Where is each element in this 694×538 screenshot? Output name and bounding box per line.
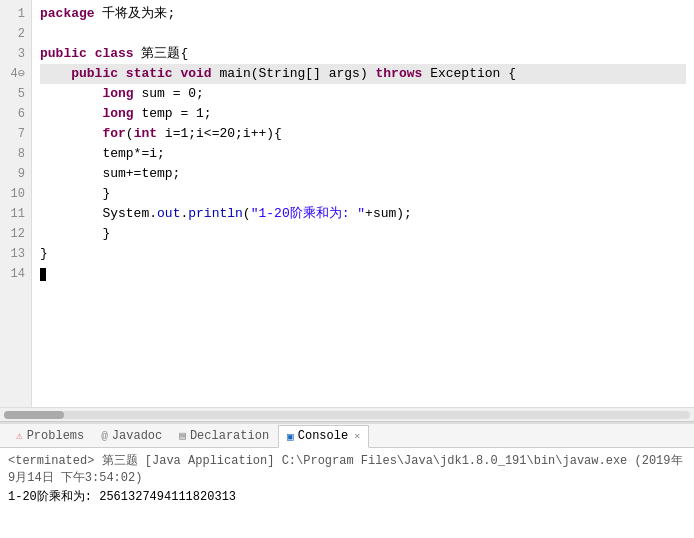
line-num-2: 2 (6, 24, 25, 44)
console-terminated-line: <terminated> 第三题 [Java Application] C:\P… (8, 452, 686, 486)
line-numbers: 1 2 3 4⊖ 5 6 7 8 9 10 11 12 13 14 (0, 0, 32, 407)
code-line-1: package 千将及为来; (40, 4, 686, 24)
console-output-line: 1-20阶乘和为: 2561327494111820313 (8, 488, 686, 505)
tab-javadoc[interactable]: @ Javadoc (93, 424, 171, 447)
code-line-12: } (40, 224, 686, 244)
code-line-4: public static void main(String[] args) t… (40, 64, 686, 84)
code-line-6: long temp = 1; (40, 104, 686, 124)
code-line-10: } (40, 184, 686, 204)
scrollbar-thumb[interactable] (4, 411, 64, 419)
console-tabs: ⚠ Problems @ Javadoc ▤ Declaration ▣ Con… (0, 422, 694, 448)
line-num-4: 4⊖ (6, 64, 25, 84)
code-container: 1 2 3 4⊖ 5 6 7 8 9 10 11 12 13 14 packag… (0, 0, 694, 407)
tab-declaration[interactable]: ▤ Declaration (171, 424, 278, 447)
console-icon: ▣ (287, 430, 294, 443)
tab-declaration-label: Declaration (190, 429, 269, 443)
declaration-icon: ▤ (179, 429, 186, 442)
keyword-class: class (95, 44, 134, 64)
keyword-package: package (40, 4, 95, 24)
tab-console[interactable]: ▣ Console ✕ (278, 425, 369, 448)
line-num-11: 11 (6, 204, 25, 224)
line-num-10: 10 (6, 184, 25, 204)
code-line-11: System. out . println ( "1-20阶乘和为: " +su… (40, 204, 686, 224)
code-line-13: } (40, 244, 686, 264)
code-line-3: public class 第三题{ (40, 44, 686, 64)
tab-problems-label: Problems (27, 429, 85, 443)
javadoc-icon: @ (101, 430, 108, 442)
code-line-8: temp*=i; (40, 144, 686, 164)
line-num-14: 14 (6, 264, 25, 284)
code-text: 千将及为来; (95, 4, 176, 24)
line-num-3: 3 (6, 44, 25, 64)
code-line-9: sum+=temp; (40, 164, 686, 184)
line-num-7: 7 (6, 124, 25, 144)
line-num-9: 9 (6, 164, 25, 184)
cursor (40, 268, 46, 281)
code-line-5: long sum = 0; (40, 84, 686, 104)
code-line-2 (40, 24, 686, 44)
line-num-5: 5 (6, 84, 25, 104)
console-tab-close[interactable]: ✕ (354, 430, 360, 442)
code-editor[interactable]: package 千将及为来; public class 第三题{ public … (32, 0, 694, 407)
editor-scrollbar[interactable] (0, 407, 694, 421)
line-num-1: 1 (6, 4, 25, 24)
console-output-area: <terminated> 第三题 [Java Application] C:\P… (0, 448, 694, 538)
tab-console-label: Console (298, 429, 348, 443)
tab-javadoc-label: Javadoc (112, 429, 162, 443)
editor-area: 1 2 3 4⊖ 5 6 7 8 9 10 11 12 13 14 packag… (0, 0, 694, 422)
line-num-12: 12 (6, 224, 25, 244)
line-num-6: 6 (6, 104, 25, 124)
keyword-public: public (40, 44, 87, 64)
problems-icon: ⚠ (16, 429, 23, 442)
code-line-14 (40, 264, 686, 284)
code-line-7: for ( int i=1;i<=20;i++){ (40, 124, 686, 144)
tab-problems[interactable]: ⚠ Problems (8, 424, 93, 447)
line-num-8: 8 (6, 144, 25, 164)
scrollbar-track[interactable] (4, 411, 690, 419)
classname: 第三题{ (134, 44, 189, 64)
line-num-13: 13 (6, 244, 25, 264)
